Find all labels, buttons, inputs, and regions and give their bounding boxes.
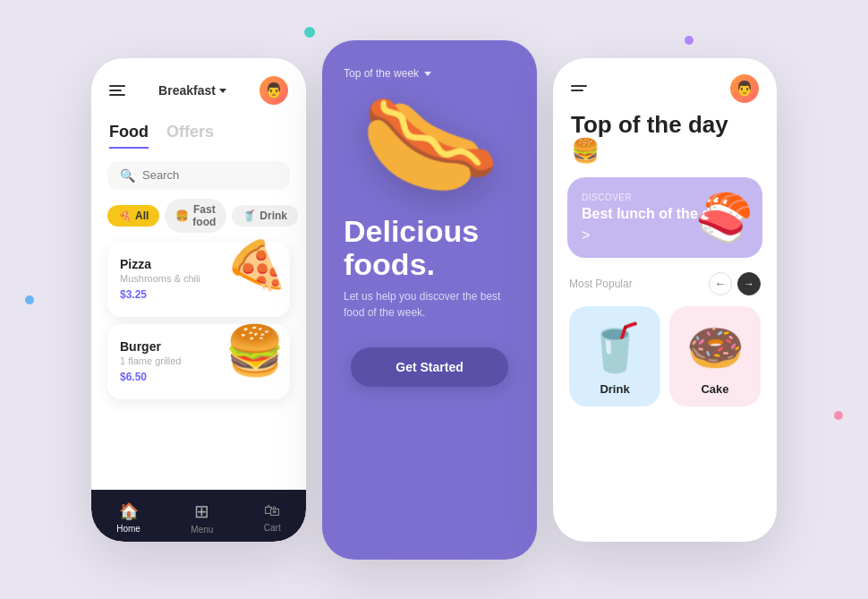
drink-image: 🥤 — [586, 321, 644, 375]
search-input[interactable] — [142, 168, 277, 182]
decorative-dot-pink — [834, 411, 843, 420]
chevron-week-icon — [424, 72, 431, 76]
food-price-burger: $6.50 — [120, 371, 147, 383]
welcome-title: Delicious foods. — [322, 197, 537, 289]
week-tag: Top of the week — [322, 67, 431, 80]
top-of-day-title: Top of the day 🍔 — [571, 112, 759, 166]
avatar-emoji: 👨 — [265, 81, 283, 98]
phone-welcome: Top of the week 🌭 Delicious foods. Let u… — [322, 40, 537, 560]
discover-food-image: 🍣 — [695, 191, 753, 245]
drink-label: Drink — [600, 382, 629, 396]
popular-card-drink[interactable]: 🥤 Drink — [569, 306, 660, 406]
tab-offers[interactable]: Offers — [166, 123, 214, 149]
nav-arrows: ← → — [709, 272, 761, 295]
filter-fastfood[interactable]: 🍔 Fast food — [165, 199, 226, 233]
tab-bar: Food Offers — [91, 114, 306, 149]
filter-drink[interactable]: 🥤 Drink — [232, 205, 298, 227]
burger-emoji: 🍔 — [225, 322, 285, 379]
food-info-burger: Burger 1 flame grilled $6.50 — [120, 339, 181, 384]
food-price-pizza: $3.25 — [120, 288, 147, 301]
location-label: Breakfast — [158, 83, 216, 98]
welcome-subtitle: Let us help you discover the best food o… — [322, 288, 537, 321]
food-item-pizza[interactable]: Pizza Mushrooms & chili $3.25 🍕 — [107, 242, 290, 317]
filter-fastfood-icon: 🍔 — [175, 210, 189, 222]
popular-cards: 🥤 Drink 🍩 Cake — [569, 306, 761, 406]
food-desc-pizza: Mushrooms & chili — [120, 273, 200, 284]
decorative-dot-purple — [685, 36, 694, 45]
pizza-emoji: 🍕 — [218, 233, 291, 303]
phone-top-of-day: 👨 Top of the day 🍔 Discover Best lunch o… — [553, 58, 777, 542]
nav-home[interactable]: 🏠 Home — [116, 501, 140, 534]
get-started-button[interactable]: Get Started — [351, 347, 507, 387]
decorative-dot-teal — [304, 27, 315, 38]
decorative-dot-blue — [25, 295, 34, 304]
cart-icon: 🛍 — [264, 501, 280, 520]
top-of-day-title-block: Top of the day 🍔 — [553, 112, 777, 178]
nav-cart[interactable]: 🛍 Cart — [264, 501, 281, 533]
popular-section: Most Popular ← → 🥤 Drink 🍩 Cake — [553, 258, 777, 414]
food-info-pizza: Pizza Mushrooms & chili $3.25 — [120, 257, 200, 302]
popular-label: Most Popular — [569, 278, 633, 290]
food-list: Pizza Mushrooms & chili $3.25 🍕 Burger 1… — [91, 242, 306, 490]
filter-all-icon: 🍕 — [118, 210, 132, 222]
hamburger-menu-icon[interactable] — [109, 85, 125, 96]
filter-drink-icon: 🥤 — [243, 210, 256, 222]
menu-icon: ⊞ — [194, 501, 209, 522]
home-icon: 🏠 — [119, 501, 139, 521]
discover-card[interactable]: Discover Best lunch of the day > 🍣 — [567, 177, 762, 258]
phone3-hamburger-icon[interactable] — [571, 85, 587, 91]
next-arrow-button[interactable]: → — [737, 272, 761, 295]
popular-header: Most Popular ← → — [569, 272, 761, 295]
food-image-pizza: 🍕 — [215, 252, 277, 306]
bottom-nav: 🏠 Home ⊞ Menu 🛍 Cart — [91, 490, 306, 542]
phone1-header: Breakfast 👨 — [91, 58, 306, 114]
food-desc-burger: 1 flame grilled — [120, 355, 181, 366]
filter-all[interactable]: 🍕 All — [107, 205, 159, 227]
tab-food[interactable]: Food — [109, 123, 149, 149]
phone-food-list: Breakfast 👨 Food Offers 🔍 🍕 All 🍔 Fast f… — [91, 58, 306, 542]
food-item-burger[interactable]: Burger 1 flame grilled $6.50 🍔 — [107, 324, 290, 399]
search-bar[interactable]: 🔍 — [107, 161, 290, 190]
food-name-pizza: Pizza — [120, 257, 200, 271]
chevron-down-icon — [219, 89, 226, 93]
cake-image: 🍩 — [686, 321, 745, 375]
phone3-header: 👨 — [553, 58, 777, 112]
phone3-avatar[interactable]: 👨 — [730, 74, 759, 103]
food-image-burger: 🍔 — [215, 335, 277, 389]
cake-label: Cake — [701, 382, 728, 396]
food-name-burger: Burger — [120, 339, 181, 354]
hotdog-image: 🌭 — [353, 69, 506, 217]
location-selector[interactable]: Breakfast — [158, 83, 226, 98]
avatar[interactable]: 👨 — [260, 76, 288, 105]
search-icon: 🔍 — [120, 168, 135, 183]
prev-arrow-button[interactable]: ← — [709, 272, 732, 295]
nav-menu[interactable]: ⊞ Menu — [191, 501, 213, 535]
popular-card-cake[interactable]: 🍩 Cake — [669, 306, 761, 406]
